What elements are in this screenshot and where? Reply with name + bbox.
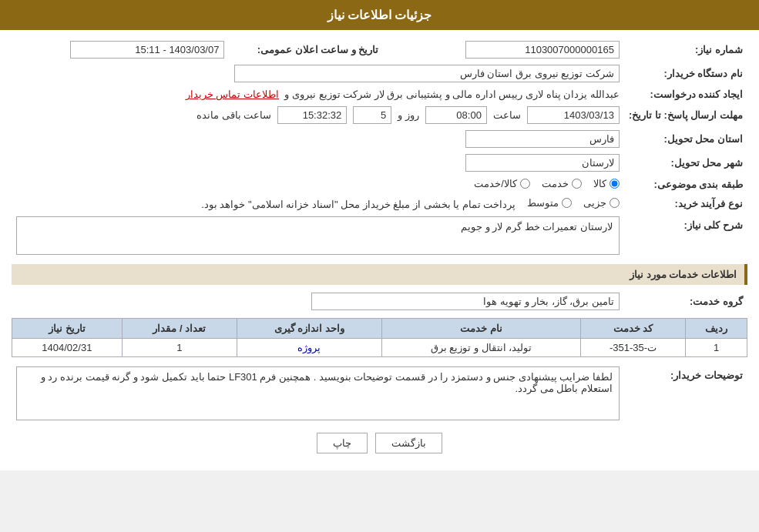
- info-table: شماره نیاز: 1103007000000165 تاریخ و ساع…: [12, 38, 747, 258]
- tender-number-label: شماره نیاز:: [624, 38, 747, 62]
- category-option-kala[interactable]: کالا: [593, 178, 620, 189]
- province-label: استان محل تحویل:: [624, 127, 747, 151]
- service-group-table: گروه خدمت: تامین برق، گاز، بخار و تهویه …: [12, 289, 747, 313]
- category-radio-group: کالا خدمت کالا/خدمت: [474, 178, 620, 189]
- response-day-box: 5: [353, 106, 391, 124]
- response-time-box: 08:00: [425, 106, 487, 124]
- col-quantity: تعداد / مقدار: [122, 319, 237, 339]
- category-option-khedmat[interactable]: خدمت: [542, 178, 582, 189]
- bottom-buttons: بازگشت چاپ: [12, 423, 747, 463]
- content-area: شماره نیاز: 1103007000000165 تاریخ و ساع…: [0, 30, 759, 470]
- category-option-kala-khedmat[interactable]: کالا/خدمت: [474, 178, 530, 189]
- row-buyer-org: نام دستگاه خریدار: شرکت توزیع نیروی برق …: [12, 62, 747, 85]
- creator-label: ایجاد کننده درخواست:: [624, 85, 747, 103]
- services-section-header: اطلاعات خدمات مورد نیاز: [12, 264, 747, 285]
- row-service-group: گروه خدمت: تامین برق، گاز، بخار و تهویه …: [12, 289, 747, 313]
- row-province: استان محل تحویل: فارس: [12, 127, 747, 151]
- cell-service-name: تولید، انتقال و توزیع برق: [382, 339, 581, 357]
- row-need-description: شرح کلی نیاز: لارستان تعمیرات خط گرم لار…: [12, 213, 747, 258]
- tender-number-value: 1103007000000165: [406, 38, 623, 62]
- services-table-body: 1 ت-35-351- تولید، انتقال و توزیع برق پر…: [12, 339, 747, 357]
- buyer-org-box: شرکت توزیع نیروی برق استان فارس: [234, 65, 620, 82]
- row-category: طبقه بندی موضوعی: کالا خدمت کالا/خدمت: [12, 175, 747, 194]
- buyer-org-label: نام دستگاه خریدار:: [624, 62, 747, 85]
- row-response-deadline: مهلت ارسال پاسخ: تا تاریخ: 1403/03/13 سا…: [12, 103, 747, 127]
- city-box: لارستان: [465, 154, 620, 172]
- response-time-label: ساعت: [493, 109, 521, 121]
- city-label: شهر محل تحویل:: [624, 151, 747, 175]
- date-time-box: 1403/03/07 - 15:11: [70, 41, 224, 59]
- response-date-box: 1403/03/13: [527, 106, 620, 124]
- services-table: ردیف کد خدمت نام خدمت واحد اندازه گیری ت…: [12, 318, 747, 357]
- page-header: جزئیات اطلاعات نیاز: [0, 0, 759, 30]
- services-table-header: ردیف کد خدمت نام خدمت واحد اندازه گیری ت…: [12, 319, 747, 339]
- cell-date: 1404/02/31: [12, 339, 123, 357]
- cell-service-code: ت-35-351-: [581, 339, 686, 357]
- row-tender-number: شماره نیاز: 1103007000000165 تاریخ و ساع…: [12, 38, 747, 62]
- table-row: 1 ت-35-351- تولید، انتقال و توزیع برق پر…: [12, 339, 747, 357]
- col-rownum: ردیف: [686, 319, 747, 339]
- row-city: شهر محل تحویل: لارستان: [12, 151, 747, 175]
- row-creator: ایجاد کننده درخواست: عبدالله یزدان پناه …: [12, 85, 747, 103]
- services-header-row: ردیف کد خدمت نام خدمت واحد اندازه گیری ت…: [12, 319, 747, 339]
- page-title: جزئیات اطلاعات نیاز: [327, 8, 432, 22]
- cell-quantity: 1: [122, 339, 237, 357]
- creator-text: عبدالله یزدان پناه لاری رییس اداره مالی …: [284, 89, 620, 100]
- buyer-org-value: شرکت توزیع نیروی برق استان فارس: [12, 62, 624, 85]
- purchase-type-motavasset[interactable]: متوسط: [527, 197, 572, 209]
- purchase-type-radio-group: جزیی متوسط: [527, 197, 620, 209]
- purchase-type-note: پرداخت تمام یا بخشی از مبلغ خریداز محل "…: [201, 199, 516, 210]
- date-time-label: تاریخ و ساعت اعلان عمومی:: [229, 38, 383, 62]
- tender-number-box: 1103007000000165: [465, 41, 620, 59]
- response-day-label: روز و: [398, 109, 419, 121]
- buyer-notes-box: لطفا ضرایب پیشنهادی جنس و دستمزد را در ق…: [16, 366, 620, 420]
- response-deadline-value: 1403/03/13 ساعت 08:00 روز و 5 15:32:32 س…: [12, 103, 624, 127]
- purchase-type-label: نوع فرآیند خرید:: [624, 194, 747, 213]
- category-label: طبقه بندی موضوعی:: [624, 175, 747, 194]
- row-purchase-type: نوع فرآیند خرید: جزیی متوسط پرداخت تمام …: [12, 194, 747, 213]
- col-service-code: کد خدمت: [581, 319, 686, 339]
- response-remaining-box: 15:32:32: [277, 106, 347, 124]
- row-buyer-notes: توضیحات خریدار: لطفا ضرایب پیشنهادی جنس …: [12, 363, 747, 423]
- col-date: تاریخ نیاز: [12, 319, 123, 339]
- print-button[interactable]: چاپ: [317, 433, 368, 453]
- cell-unit: پروژه: [237, 339, 381, 357]
- date-time-value: 1403/03/07 - 15:11: [12, 38, 229, 62]
- service-group-label: گروه خدمت:: [624, 289, 747, 313]
- response-deadline-label: مهلت ارسال پاسخ: تا تاریخ:: [624, 103, 747, 127]
- buyer-notes-table: توضیحات خریدار: لطفا ضرایب پیشنهادی جنس …: [12, 363, 747, 423]
- need-description-label: شرح کلی نیاز:: [624, 213, 747, 258]
- need-description-box: لارستان تعمیرات خط گرم لار و جویم: [16, 216, 620, 255]
- back-button[interactable]: بازگشت: [375, 433, 442, 453]
- col-service-name: نام خدمت: [382, 319, 581, 339]
- need-description-text: لارستان تعمیرات خط گرم لار و جویم: [461, 221, 613, 233]
- creator-value: عبدالله یزدان پناه لاری رییس اداره مالی …: [12, 85, 624, 103]
- cell-rownum: 1: [686, 339, 747, 357]
- contact-link[interactable]: اطلاعات تماس خریدار: [186, 89, 279, 100]
- province-box: فارس: [465, 130, 620, 148]
- page-container: جزئیات اطلاعات نیاز شماره نیاز: 11030070…: [0, 0, 759, 470]
- response-remaining-label: ساعت باقی مانده: [196, 109, 271, 121]
- purchase-type-jozee[interactable]: جزیی: [583, 197, 620, 209]
- service-group-box: تامین برق، گاز، بخار و تهویه هوا: [311, 293, 620, 310]
- buyer-notes-text: لطفا ضرایب پیشنهادی جنس و دستمزد را در ق…: [41, 371, 613, 394]
- buyer-notes-label: توضیحات خریدار:: [624, 363, 747, 423]
- col-unit: واحد اندازه گیری: [237, 319, 381, 339]
